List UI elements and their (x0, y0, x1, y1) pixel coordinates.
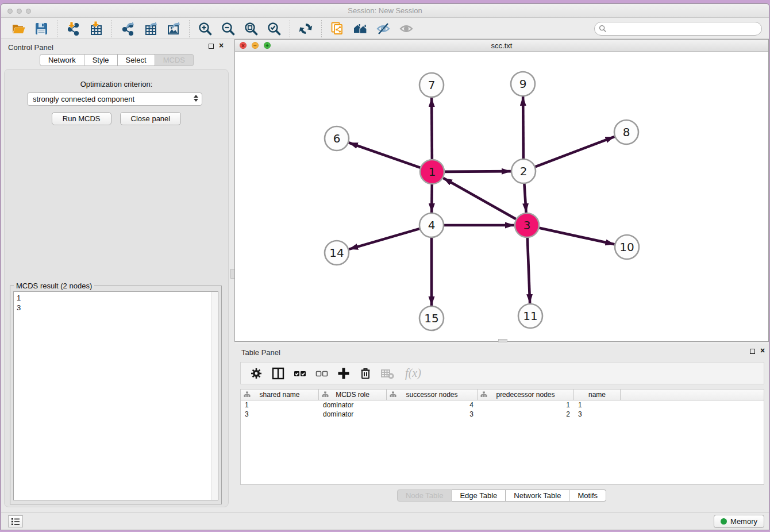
optimization-criterion-dropdown[interactable]: strongly connected component (27, 92, 202, 106)
zoom-out-icon[interactable] (220, 21, 237, 37)
refresh-icon[interactable] (297, 21, 314, 37)
node-table: shared name MCDS role successor nodes pr… (240, 389, 764, 485)
tab-mcds[interactable]: MCDS (155, 54, 194, 66)
new-network-from-selection-icon[interactable] (329, 21, 346, 37)
edge-2-3[interactable] (524, 183, 526, 213)
tab-edge-table[interactable]: Edge Table (452, 489, 506, 502)
task-history-button[interactable] (8, 515, 23, 527)
first-neighbors-icon[interactable] (352, 21, 369, 37)
node-label-8: 8 (623, 125, 630, 139)
edge-1-2[interactable] (444, 171, 511, 172)
edge-2-8[interactable] (535, 137, 615, 167)
network-resize-grip[interactable] (498, 339, 507, 342)
hide-selected-icon[interactable] (375, 21, 392, 37)
run-mcds-button[interactable]: Run MCDS (52, 112, 111, 125)
zoom-fit-icon[interactable] (242, 21, 260, 37)
edge-1-7[interactable] (432, 98, 432, 160)
zoom-in-icon[interactable] (197, 21, 214, 37)
select-all-icon[interactable] (292, 366, 307, 381)
import-table-icon[interactable] (87, 21, 105, 37)
optimization-criterion-label: Optimization criterion: (5, 80, 228, 88)
close-panel-button[interactable]: Close panel (120, 112, 182, 125)
column-header-MCDS-role[interactable]: MCDS role (319, 390, 387, 400)
column-header-predecessor-nodes[interactable]: predecessor nodes (478, 390, 574, 400)
table-row[interactable]: 1dominator411 (241, 400, 764, 410)
table-cell[interactable]: 3 (574, 410, 621, 419)
memory-status-icon (721, 518, 727, 525)
column-label: shared name (259, 391, 299, 399)
import-network-icon[interactable] (64, 21, 82, 37)
float-table-panel-icon[interactable] (750, 349, 755, 354)
close-panel-icon[interactable]: × (219, 41, 224, 49)
network-canvas[interactable]: 7968124314101511 (235, 52, 768, 341)
node-label-9: 9 (519, 77, 527, 91)
column-header-successor-nodes[interactable]: successor nodes (387, 390, 478, 400)
edge-4-14[interactable] (349, 229, 420, 249)
list-icon (11, 518, 20, 526)
gear-icon[interactable] (249, 366, 264, 381)
close-table-panel-icon[interactable]: × (760, 346, 765, 354)
dropdown-value: strongly connected component (33, 95, 134, 103)
table-cell[interactable]: dominator (319, 400, 387, 410)
toolbar-separator (111, 20, 112, 37)
float-panel-icon[interactable] (209, 44, 214, 49)
dropdown-stepper-icon (194, 95, 198, 102)
edge-2-9[interactable] (523, 97, 523, 159)
table-cell[interactable]: 2 (478, 410, 574, 419)
tab-node-table[interactable]: Node Table (397, 489, 452, 502)
control-panel-title: Control Panel (8, 43, 53, 52)
table-cell[interactable]: dominator (319, 410, 387, 419)
titlebar: Session: New Session (1, 4, 769, 18)
column-header-name[interactable]: name (574, 390, 621, 400)
mcds-result-textarea[interactable]: 1 3 (13, 291, 218, 500)
export-network-icon[interactable] (119, 21, 136, 37)
node-label-6: 6 (333, 132, 341, 145)
tab-style[interactable]: Style (84, 54, 118, 66)
window-title: Session: New Session (1, 6, 769, 15)
toolbar-separator (189, 20, 190, 37)
network-window-titlebar[interactable]: × − + scc.txt (235, 40, 768, 52)
column-label: predecessor nodes (496, 391, 555, 399)
network-view-window: × − + scc.txt 7968124314101511 (234, 39, 769, 342)
table-cell[interactable]: 1 (574, 400, 621, 410)
status-bar: Memory (1, 512, 769, 530)
table-cell[interactable]: 3 (241, 410, 319, 419)
edge-1-4[interactable] (432, 184, 432, 213)
edge-3-11[interactable] (528, 237, 530, 303)
result-scrollbar[interactable] (211, 292, 218, 500)
search-input[interactable] (607, 25, 750, 33)
table-cell[interactable]: 1 (478, 400, 574, 410)
column-header-shared-name[interactable]: shared name (241, 390, 319, 400)
tab-network[interactable]: Network (40, 54, 84, 66)
table-row[interactable]: 3dominator323 (241, 410, 764, 419)
search-icon (599, 25, 607, 33)
table-body: 1dominator4113dominator323 (241, 400, 764, 419)
show-columns-icon[interactable] (271, 366, 286, 381)
application-window: Session: New Session Control Panel × (1, 3, 769, 530)
table-cell[interactable]: 1 (241, 400, 319, 410)
export-table-icon[interactable] (142, 21, 159, 37)
tab-select[interactable]: Select (118, 54, 155, 66)
toolbar-separator (321, 20, 322, 37)
table-cell[interactable]: 3 (387, 410, 478, 419)
edge-3-10[interactable] (539, 228, 615, 244)
tab-network-table[interactable]: Network Table (506, 489, 569, 502)
table-cell[interactable]: 4 (387, 400, 478, 410)
tab-motifs[interactable]: Motifs (569, 489, 606, 502)
delete-column-icon[interactable] (358, 366, 373, 381)
open-file-icon[interactable] (10, 21, 27, 37)
column-type-icon (390, 391, 396, 398)
edge-1-6[interactable] (349, 142, 421, 168)
zoom-selected-icon[interactable] (265, 21, 283, 37)
toolbar-separator (57, 20, 57, 37)
edge-3-1[interactable] (443, 178, 517, 219)
table-panel: Table Panel × f(x) shared name MCDS role… (234, 344, 769, 512)
node-label-7: 7 (428, 78, 436, 92)
deselect-all-icon[interactable] (314, 366, 329, 381)
column-type-icon (244, 391, 251, 398)
export-image-icon[interactable] (165, 21, 182, 37)
add-column-icon[interactable] (336, 366, 351, 381)
search-box[interactable] (594, 22, 762, 36)
memory-button[interactable]: Memory (714, 515, 764, 528)
save-session-icon[interactable] (33, 21, 50, 37)
